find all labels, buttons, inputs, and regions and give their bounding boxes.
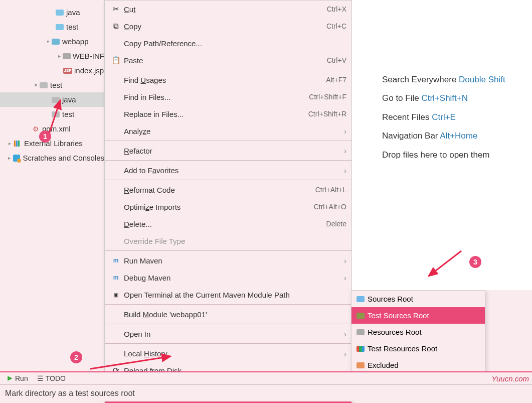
- tree-label: test: [66, 23, 78, 31]
- play-icon: [7, 375, 13, 381]
- tree-node-java[interactable]: java: [0, 5, 104, 20]
- menu-override: Override File Type: [105, 232, 351, 249]
- folder-multi-icon: [357, 346, 365, 352]
- tree-label: index.jsp: [74, 66, 104, 75]
- tool-todo-button[interactable]: ☰TODO: [37, 374, 66, 382]
- annotation-arrow-3: [421, 246, 471, 286]
- maven-debug-icon: m: [110, 274, 122, 281]
- menu-findusages[interactable]: Find UsagesAlt+F7: [105, 71, 351, 88]
- menu-refactor[interactable]: Refactor›: [105, 142, 351, 159]
- chevron-down-icon[interactable]: ▾: [44, 39, 51, 44]
- menu-optimize[interactable]: Optimize ImportsCtrl+Alt+O: [105, 198, 351, 215]
- menu-debugmaven[interactable]: mDebug Maven›: [105, 269, 351, 286]
- submenu-label: Resources Root: [368, 328, 422, 336]
- todo-icon: ☰: [37, 374, 44, 382]
- svg-rect-2: [18, 141, 20, 147]
- menu-openterm[interactable]: ▣Open Terminal at the Current Maven Modu…: [105, 286, 351, 303]
- maven-run-icon: m: [110, 257, 122, 264]
- menu-separator: [105, 180, 351, 180]
- paste-icon: 📋: [110, 56, 122, 65]
- tool-window-bar: Run ☰TODO: [0, 371, 532, 384]
- menu-separator: [105, 141, 351, 141]
- submenu-label: Excluded: [368, 361, 399, 369]
- status-bar: Mark directory as a test sources root: [0, 384, 532, 401]
- submenu-arrow-icon: ›: [338, 147, 346, 155]
- hint-search: Search Everywhere: [382, 75, 456, 84]
- menu-buildmod[interactable]: Build Module 'webapp01': [105, 306, 351, 323]
- tree-node-index[interactable]: JSPindex.jsp: [0, 63, 104, 78]
- svg-rect-1: [16, 141, 18, 147]
- annotation-callout-3: 3: [469, 256, 481, 268]
- submenu-arrow-icon: ›: [338, 256, 346, 265]
- submenu-arrow-icon: ›: [338, 166, 346, 175]
- chevron-right-icon[interactable]: ▸: [56, 53, 63, 59]
- menu-delete[interactable]: Delete...Delete: [105, 215, 351, 232]
- kbd-navbar: Alt+Home: [440, 131, 477, 141]
- menu-separator: [105, 250, 351, 251]
- tool-label: TODO: [46, 374, 66, 382]
- hint-navbar: Navigation Bar: [382, 131, 438, 141]
- submenu-arrow-icon: ›: [338, 349, 346, 358]
- menu-copy[interactable]: ⧉CopyCtrl+C: [105, 18, 351, 35]
- annotation-callout-2: 2: [70, 351, 82, 363]
- copy-icon: ⧉: [110, 22, 122, 31]
- folder-grey-icon: [357, 329, 365, 335]
- terminal-icon: ▣: [110, 292, 122, 298]
- menu-replaceinfiles[interactable]: Replace in Files...Ctrl+Shift+R: [105, 105, 351, 122]
- tool-label: Run: [15, 374, 28, 382]
- submenu-label: Test Resources Root: [368, 344, 437, 353]
- menu-separator: [105, 160, 351, 161]
- tree-node-webapp[interactable]: ▾webapp: [0, 34, 104, 49]
- menu-separator: [105, 70, 351, 70]
- menu-runmaven[interactable]: mRun Maven›: [105, 252, 351, 269]
- chevron-right-icon[interactable]: ▸: [6, 155, 13, 161]
- tree-label: WEB-INF: [73, 52, 104, 60]
- menu-findinfiles[interactable]: Find in Files...Ctrl+Shift+F: [105, 88, 351, 105]
- submenu-arrow-icon: ›: [338, 330, 346, 338]
- hint-drop: Drop files here to open them: [382, 150, 490, 160]
- tree-label: test: [50, 81, 62, 89]
- submenu-test-sources-root[interactable]: Test Sources Root: [351, 307, 485, 324]
- svg-line-9: [429, 251, 461, 276]
- project-tree-panel: java test ▾webapp ▸WEB-INF JSPindex.jsp …: [0, 0, 104, 371]
- chevron-right-icon[interactable]: ▸: [6, 141, 13, 146]
- menu-reformat[interactable]: Reformat CodeCtrl+Alt+L: [105, 181, 351, 198]
- submenu-test-resources-root[interactable]: Test Resources Root: [351, 340, 485, 357]
- svg-rect-0: [14, 141, 16, 147]
- menu-analyze[interactable]: Analyze›: [105, 122, 351, 140]
- tree-label: java: [66, 8, 80, 17]
- menu-addfav[interactable]: Add to Favorites›: [105, 162, 351, 179]
- menu-cut[interactable]: ✂CutCtrl+X: [105, 1, 351, 18]
- tree-node-test1[interactable]: test: [0, 20, 104, 34]
- submenu-arrow-icon: ›: [338, 127, 346, 136]
- kbd-gotofile: Ctrl+Shift+N: [421, 93, 468, 103]
- hint-gotofile: Go to File: [382, 93, 419, 103]
- folder-green-icon: [357, 313, 365, 319]
- submenu-label: Sources Root: [368, 295, 413, 303]
- kbd-recent: Ctrl+E: [432, 112, 456, 122]
- watermark: Yuucn.com: [492, 374, 529, 383]
- chevron-down-icon[interactable]: ▾: [32, 82, 39, 88]
- menu-copypath[interactable]: Copy Path/Reference...: [105, 35, 351, 52]
- tool-run-button[interactable]: Run: [7, 374, 28, 382]
- svg-marker-3: [8, 376, 13, 381]
- tree-label: webapp: [62, 37, 89, 46]
- menu-separator: [105, 304, 351, 305]
- menu-paste[interactable]: 📋PasteCtrl+V: [105, 52, 351, 69]
- annotation-callout-1: 1: [39, 130, 51, 143]
- tree-label: Scratches and Consoles: [23, 154, 104, 162]
- status-text: Mark directory as a test sources root: [5, 389, 135, 398]
- submenu-label: Test Sources Root: [368, 311, 429, 320]
- jsp-icon: JSP: [63, 68, 72, 74]
- kbd-search: Double Shift: [459, 75, 505, 84]
- tree-node-webinf[interactable]: ▸WEB-INF: [0, 49, 104, 63]
- svg-line-7: [90, 356, 170, 369]
- annotation-arrow-2: [85, 321, 186, 376]
- folder-blue-icon: [357, 296, 365, 302]
- tree-node-scratch[interactable]: ▸Scratches and Consoles: [0, 151, 104, 165]
- submenu-sources-root[interactable]: Sources Root: [351, 291, 485, 307]
- submenu-arrow-icon: ›: [338, 274, 346, 282]
- folder-orange-icon: [357, 362, 365, 368]
- scratch-icon: [13, 154, 21, 163]
- submenu-resources-root[interactable]: Resources Root: [351, 324, 485, 340]
